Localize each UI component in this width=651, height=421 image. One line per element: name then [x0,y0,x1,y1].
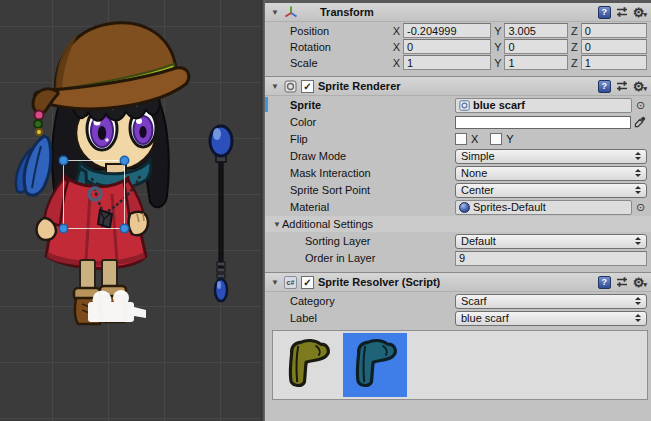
rotation-row: Rotation X 0 Y 0 Z 0 [272,39,647,54]
foldout-icon[interactable]: ▼ [270,82,280,91]
sprite-resolver-title: Sprite Resolver (Script) [318,276,440,288]
order-in-layer-field[interactable]: 9 [455,251,647,266]
position-z-field[interactable]: 0 [581,23,647,38]
draw-mode-row: Draw Mode Simple [272,148,647,164]
scale-label: Scale [272,57,390,69]
eyedropper-icon[interactable] [633,116,647,128]
override-marker [265,97,268,112]
gear-icon[interactable]: ⚙ ▾ [633,80,647,93]
dropdown-arrow-icon [635,169,641,177]
additional-settings-foldout[interactable]: ▼ Additional Settings [265,216,651,232]
rotation-x-field[interactable]: 0 [403,39,491,54]
dropdown-arrow-icon [635,152,641,160]
additional-settings-label: Additional Settings [282,218,373,230]
label-dropdown[interactable]: blue scarf [455,311,647,326]
order-in-layer-label: Order in Layer [272,252,455,264]
inspector-panel: ▼ Transform ? ⚙ ▾ Position X -0.204999 Y… [265,0,651,421]
scale-z-field[interactable]: 1 [581,55,647,70]
staff-sprite[interactable] [210,126,232,301]
material-object-field[interactable]: Sprites-Default [455,200,632,215]
preset-icon[interactable] [616,6,628,18]
foldout-icon[interactable]: ▼ [270,278,280,287]
position-label: Position [272,25,390,37]
foldout-icon[interactable]: ▼ [272,220,282,229]
sprite-renderer-header[interactable]: ▼ ✓ Sprite Renderer ? ⚙ ▾ [265,77,651,96]
transform-header[interactable]: ▼ Transform ? ⚙ ▾ [265,3,651,22]
sprite-label: Sprite [272,99,455,111]
flip-x-checkbox[interactable] [455,133,467,145]
sprite-renderer-icon [284,80,297,93]
dropdown-arrow-icon [635,237,641,245]
component-enabled-checkbox[interactable]: ✓ [301,80,314,93]
sprite-object-field[interactable]: blue scarf [455,98,632,113]
sprite-sort-point-row: Sprite Sort Point Center [272,182,647,198]
mask-interaction-label: Mask Interaction [272,167,455,179]
category-dropdown[interactable]: Scarf [455,294,647,309]
dropdown-arrow-icon [635,314,641,322]
sprite-renderer-title: Sprite Renderer [318,80,401,92]
position-x-field[interactable]: -0.204999 [403,23,491,38]
label-label: Label [272,312,455,324]
sprite-sort-point-dropdown[interactable]: Center [455,183,647,198]
dropdown-arrow-icon [635,297,641,305]
label-row: Label blue scarf [272,310,647,326]
sorting-layer-row: Sorting Layer Default [272,233,647,249]
component-enabled-checkbox[interactable]: ✓ [301,276,314,289]
color-swatch[interactable] [455,116,631,129]
help-icon[interactable]: ? [598,6,611,19]
sprite-resolver-header[interactable]: ▼ c# ✓ Sprite Resolver (Script) ? ⚙ ▾ [265,273,651,292]
gear-icon[interactable]: ⚙ ▾ [633,6,647,19]
scale-y-field[interactable]: 1 [504,55,567,70]
sprite-icon [459,100,470,111]
flip-label: Flip [272,133,455,145]
help-icon[interactable]: ? [598,276,611,289]
flip-y-checkbox[interactable] [490,133,502,145]
scene-view[interactable] [0,0,261,421]
flip-row: Flip X Y [272,131,647,147]
help-icon[interactable]: ? [598,80,611,93]
sorting-layer-label: Sorting Layer [272,235,455,247]
draw-mode-label: Draw Mode [272,150,455,162]
camera-gizmo[interactable] [88,290,146,322]
script-icon: c# [284,276,297,289]
position-row: Position X -0.204999 Y 3.005 Z 0 [272,23,647,38]
gear-icon[interactable]: ⚙ ▾ [633,276,647,289]
scale-x-field[interactable]: 1 [403,55,491,70]
sprite-row: Sprite blue scarf ⊙ [272,97,647,113]
object-picker-icon[interactable]: ⊙ [634,99,647,112]
rotation-y-field[interactable]: 0 [504,39,567,54]
rotation-z-field[interactable]: 0 [581,39,647,54]
scale-row: Scale X 1 Y 1 Z 1 [272,55,647,70]
color-label: Color [272,116,455,128]
foldout-icon[interactable]: ▼ [270,8,280,17]
thumbnail-blue-scarf[interactable] [343,333,407,397]
sprite-variant-panel [272,330,648,400]
preset-icon[interactable] [616,276,628,288]
material-icon [459,202,470,213]
dropdown-arrow-icon [635,186,641,194]
transform-title: Transform [320,6,374,18]
transform-icon [284,5,298,19]
sprite-sort-point-label: Sprite Sort Point [272,184,455,196]
color-row: Color [272,114,647,130]
mask-interaction-row: Mask Interaction None [272,165,647,181]
material-row: Material Sprites-Default ⊙ [272,199,647,215]
category-row: Category Scarf [272,293,647,309]
mask-interaction-dropdown[interactable]: None [455,166,647,181]
material-label: Material [272,201,455,213]
category-label: Category [272,295,455,307]
sorting-layer-dropdown[interactable]: Default [455,234,647,249]
rotation-label: Rotation [272,41,390,53]
order-in-layer-row: Order in Layer 9 [272,250,647,266]
character-sprite[interactable] [16,23,189,324]
preset-icon[interactable] [616,80,628,92]
draw-mode-dropdown[interactable]: Simple [455,149,647,164]
object-picker-icon[interactable]: ⊙ [634,201,647,214]
thumbnail-green-scarf[interactable] [276,333,340,397]
position-y-field[interactable]: 3.005 [504,23,567,38]
